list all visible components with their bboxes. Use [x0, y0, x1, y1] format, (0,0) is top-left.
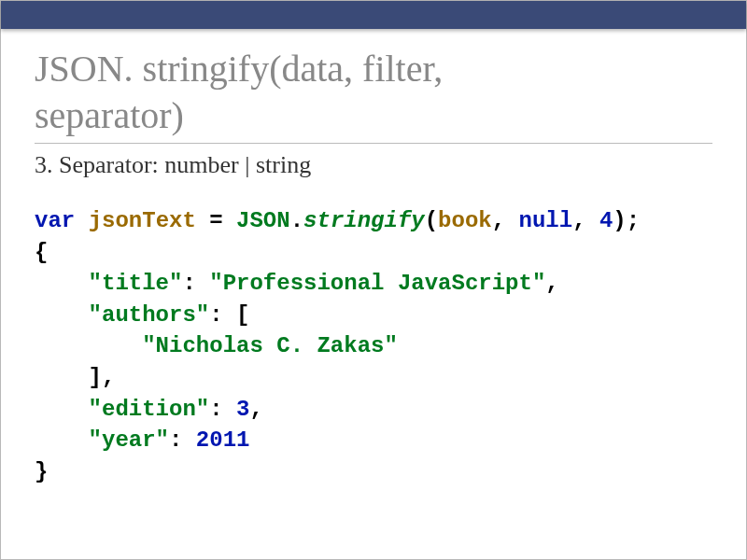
key-authors: "authors" — [89, 302, 210, 328]
colon-y: : — [169, 427, 196, 453]
number-4: 4 — [599, 208, 613, 233]
colon-t: : — [182, 271, 209, 296]
operator-eq: = — [196, 208, 236, 233]
array-close: ] — [89, 365, 102, 390]
comma-t: , — [545, 271, 558, 296]
slide-title-line1: JSON. stringify(data, filter, — [35, 48, 712, 91]
colon-e: : — [209, 397, 236, 422]
paren-close: ); — [613, 208, 640, 233]
class-json: JSON — [236, 208, 290, 233]
comma1: , — [492, 208, 519, 233]
keyword-var: var — [35, 208, 75, 233]
slide-frame: JSON. stringify(data, filter, separator)… — [0, 0, 747, 560]
keyword-null: null — [519, 208, 573, 233]
code-example: var jsonText = JSON.stringify(book, null… — [35, 205, 712, 487]
comma2: , — [572, 208, 599, 233]
slide-title-line2: separator) — [35, 94, 712, 144]
brace-open: { — [35, 240, 48, 265]
array-open: [ — [236, 302, 249, 328]
brace-close: } — [35, 459, 48, 484]
slide-subtitle: 3. Separator: number | string — [35, 151, 712, 179]
comma-e: , — [249, 397, 262, 422]
comma-a: , — [102, 365, 115, 390]
val-title: "Professional JavaScript" — [209, 271, 545, 296]
val-year: 2011 — [196, 427, 250, 453]
method-stringify: stringify — [303, 208, 425, 233]
val-author: "Nicholas C. Zakas" — [142, 333, 398, 358]
header-bar — [1, 1, 746, 29]
paren-open: ( — [425, 208, 438, 233]
arg-book: book — [438, 208, 492, 233]
key-edition: "edition" — [89, 397, 210, 422]
dot: . — [290, 208, 303, 233]
colon-a: : — [209, 302, 236, 328]
key-year: "year" — [89, 427, 169, 453]
key-title: "title" — [89, 271, 183, 296]
identifier-jsontext: jsonText — [89, 208, 196, 233]
content: JSON. stringify(data, filter, separator)… — [1, 29, 746, 487]
val-edition: 3 — [236, 397, 249, 422]
